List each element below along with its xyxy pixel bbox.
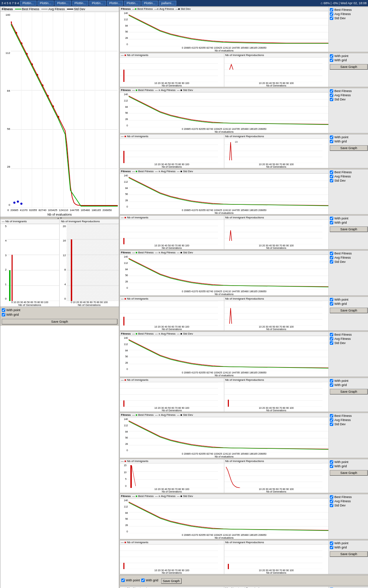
left-chart-title: Fitness — [2, 7, 13, 11]
svg-rect-90 — [123, 238, 124, 244]
taskbar-nums: 3 4 5 6 7 9 4 — [1, 1, 19, 5]
r1-avg-fitness-check[interactable]: Avg Fitness — [330, 12, 368, 16]
r3-save-btn[interactable]: Save Graph — [330, 226, 368, 232]
r3-fitness-svg — [129, 174, 328, 209]
r1-left-xlabel: Nb of Generations — [120, 84, 224, 87]
svg-rect-158 — [123, 563, 124, 569]
r1-save-btn[interactable]: Save Graph — [330, 64, 368, 70]
right-chart-final-immigrants: — ■ Nb of Immigrants 10 20 30 40 50 60 7… — [120, 586, 368, 588]
taskbar-item-4[interactable]: Plottin... — [72, 1, 89, 6]
right-chart-group-2-immigrants: — ■ Nb of Immigrants 10 20 30 40 50 60 7… — [120, 134, 368, 168]
repro-chart-svg — [67, 224, 119, 301]
r1-repro-svg — [224, 57, 322, 82]
right-chart-group-1-immigrants: — ■ Nb of Immigrants 10 20 30 40 50 60 7… — [120, 53, 368, 87]
right-chart-group-7-immigrants: — ■ Nb of Immigrants 10 20 30 40 50 60 7… — [120, 540, 368, 574]
r1-fitness-title: Fitness — [121, 7, 131, 10]
right-repro-x-ticks: 0 10 20 30 40 50 60 70 80 90 100 — [60, 301, 119, 303]
svg-rect-34 — [9, 270, 11, 301]
right-repro-x-label: Nb of Generations — [60, 303, 119, 307]
r1-immigrants-left: — ■ Nb of Immigrants 10 20 30 40 50 60 7… — [120, 53, 224, 87]
r1-right-xlabel: Nb of Generations — [224, 84, 329, 87]
bottom-save-btn[interactable]: Save Graph — [161, 578, 182, 584]
avg-fitness-legend: Avg Fitness — [41, 7, 65, 11]
nb-repro-label: Nb of Immigrant Reproductions — [60, 220, 100, 223]
left-immigrants-header: — Nb of Immigrants Nb of Immigrant Repro… — [0, 219, 119, 224]
r1-x-ticks: 0 20685 41370 62055 82740 103425 124110 … — [120, 46, 328, 49]
r1-with-point-check[interactable]: With point — [330, 54, 368, 58]
r5-save-btn[interactable]: Save Graph — [330, 389, 368, 394]
with-point-checkbox-left[interactable] — [2, 308, 5, 312]
left-panel: Fitness Best Fitness Avg Fitness Std Dev… — [0, 6, 119, 588]
bottom-with-point-check[interactable]: With point — [121, 579, 140, 582]
r1-best-fitness-check[interactable]: Best Fitness — [330, 8, 368, 12]
save-graph-btn-left[interactable]: Save Graph — [2, 319, 117, 324]
right-chart-group-3-fitness: Fitness — ■ Best Fitness — ■ Avg Fitness… — [120, 169, 368, 215]
left-bottom-controls: With point With grid Save Graph — [0, 307, 119, 326]
left-main-fitness-chart — [11, 12, 118, 208]
with-grid-checkbox-left[interactable] — [2, 313, 5, 316]
left-immigrants-section: — Nb of Immigrants Nb of Immigrant Repro… — [0, 219, 119, 326]
r1-immigrants-svg — [120, 57, 218, 82]
right-chart-group-5-immigrants: — ■ Nb of Immigrants 10 20 30 40 50 60 7… — [120, 378, 368, 412]
right-chart-group-4-fitness: Fitness — ■ Best Fitness — ■ Avg Fitness… — [120, 250, 368, 296]
left-immig-x-ticks: 0 10 20 30 40 50 60 70 80 90 100 — [0, 301, 59, 303]
taskbar-item-pallami[interactable]: pallami... — [159, 1, 176, 6]
best-fitness-legend: Best Fitness — [15, 7, 40, 11]
left-nb-immigrants-chart: 543210 — [0, 224, 60, 307]
r1-immigrants-right: Nb of Immigrant Reproductions 10 20 30 4… — [224, 53, 329, 87]
left-x-axis-label: Nb of evaluations — [0, 212, 119, 217]
with-grid-check-left[interactable]: With grid — [2, 313, 117, 316]
left-nb-repro-chart: 201612840 — [60, 224, 119, 307]
taskbar-status: ♫ 68% | -0% | Wed Apr 02, 18:08 — [320, 1, 367, 5]
taskbar-item-3[interactable]: Plottin... — [55, 1, 71, 6]
taskbar: 3 4 5 6 7 9 4 Plottin... Plottin... Plot… — [0, 0, 368, 6]
taskbar-item-2[interactable]: Plottin... — [38, 1, 54, 6]
taskbar-item-1[interactable]: Plottin... — [20, 1, 36, 6]
taskbar-item-5[interactable]: Plottin... — [89, 1, 106, 6]
r6-save-btn[interactable]: Save Graph — [330, 470, 368, 476]
r1-with-grid-check[interactable]: With grid — [330, 58, 368, 62]
right-chart-group-5-fitness: Fitness — ■ Best Fitness — ■ Avg Fitness… — [120, 331, 368, 377]
r3-fitness-controls: Best Fitness Avg Fitness Std Dev — [328, 169, 368, 214]
svg-point-26 — [17, 201, 19, 203]
svg-rect-35 — [12, 255, 13, 301]
right-chart-group-7-fitness: Fitness — ■ Best Fitness — ■ Avg Fitness… — [120, 494, 368, 539]
r2-controls: Best Fitness Avg Fitness Std Dev — [328, 88, 368, 133]
y-tick-28: 28 — [1, 165, 10, 168]
r2-immig-controls: With point With grid Save Graph — [328, 134, 368, 168]
bottom-controls-right: With point With grid Save Graph — [120, 575, 368, 586]
right-chart-group-6-fitness: Fitness — ■ Best Fitness — ■ Avg Fitness… — [120, 413, 368, 458]
right-chart-group-6-immigrants: — ■ Nb of Immigrants 151050 — [120, 459, 368, 493]
bottom-with-grid-check[interactable]: With grid — [141, 579, 158, 582]
r1-immig-controls: With point With grid Save Graph — [328, 53, 368, 87]
taskbar-item-6[interactable]: Plottin... — [107, 1, 123, 6]
svg-rect-107 — [123, 317, 124, 326]
taskbar-item-8[interactable]: Plottin... — [142, 1, 158, 6]
main-container: Fitness Best Fitness Avg Fitness Std Dev… — [0, 6, 368, 588]
r7-save-btn[interactable]: Save Graph — [330, 551, 368, 557]
r1-x-label: Nb of evaluations — [120, 49, 328, 52]
r2-save-btn[interactable]: Save Graph — [330, 145, 368, 151]
right-chart-group-4-immigrants: — ■ Nb of Immigrants 10 20 30 40 50 60 7… — [120, 296, 368, 331]
r1-controls: Best Fitness Avg Fitness Std Dev — [328, 7, 368, 52]
y-tick-112: 112 — [1, 51, 10, 55]
right-chart-group-1-fitness: Fitness —■ Best Fitness —■ Avg Fitness —… — [120, 7, 368, 52]
right-panel: Fitness —■ Best Fitness —■ Avg Fitness —… — [119, 6, 368, 588]
left-immig-x-label: Nb of Generations — [0, 303, 59, 307]
svg-point-15 — [11, 21, 12, 23]
with-point-check-left[interactable]: With point — [2, 308, 117, 312]
svg-rect-164 — [228, 564, 229, 569]
r2-fitness-svg — [129, 92, 328, 127]
r1-fitness-svg — [129, 11, 328, 46]
taskbar-item-7[interactable]: Plottin... — [124, 1, 141, 6]
left-x-axis-ticks: 0 20685 41370 62055 82740 103425 124110 … — [0, 208, 119, 212]
r1-std-dev-check[interactable]: Std Dev — [330, 16, 368, 20]
r4-save-btn[interactable]: Save Graph — [330, 308, 368, 313]
nb-immigrants-label: — Nb of Immigrants — [2, 220, 60, 223]
svg-rect-130 — [228, 400, 229, 407]
svg-point-25 — [13, 202, 15, 204]
y-tick-56: 56 — [1, 127, 10, 131]
svg-rect-42 — [67, 224, 119, 301]
svg-text:19: 19 — [235, 141, 238, 143]
left-immigrants-charts: 543210 — [0, 224, 119, 307]
